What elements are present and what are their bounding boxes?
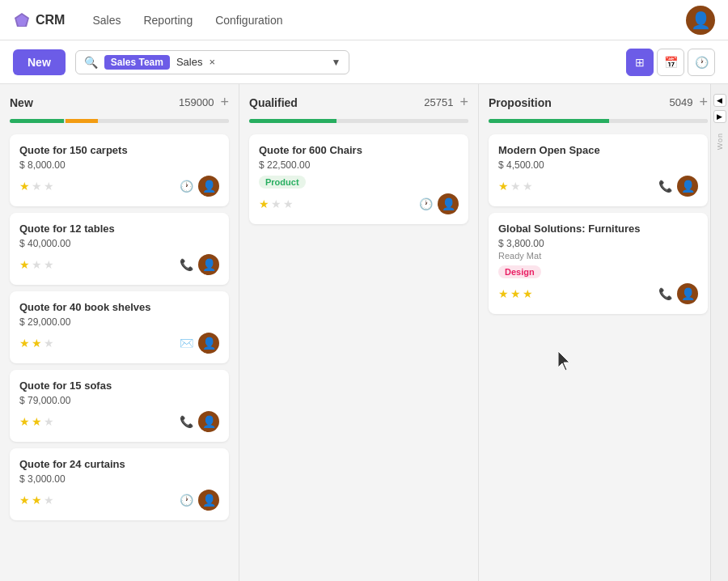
avatar-sm: 👤 [677,176,698,197]
email-icon: ✉️ [180,337,193,350]
star-2: ★ [510,287,521,300]
crm-icon [13,11,31,29]
star-3: ★ [44,415,54,428]
clock-icon: 🕐 [180,494,193,507]
nav-reporting[interactable]: Reporting [132,0,204,40]
column-title-qualified: Qualified [249,96,298,109]
card-stars[interactable]: ★ ★ ★ [19,180,54,193]
phone-icon: 📞 [180,258,193,271]
card-price: $ 4,500.00 [498,159,698,171]
activity-view-btn[interactable]: 🕐 [688,49,715,76]
progress-new [10,119,229,123]
star-3: ★ [283,197,294,210]
card-price: $ 22,500.00 [259,159,459,171]
star-3: ★ [523,180,533,193]
card-global-solutions[interactable]: Global Solutions: Furnitures $ 3,800.00 … [489,213,708,314]
card-stars[interactable]: ★ ★ ★ [19,415,54,428]
card-title: Quote for 150 carpets [19,144,219,156]
column-add-qualified[interactable]: + [459,94,468,111]
card-stars[interactable]: ★ ★ ★ [498,180,533,193]
star-2: ★ [32,494,42,507]
card-price: $ 29,000.00 [19,316,219,328]
avatar-sm: 👤 [198,333,219,354]
collapse-toggle-2[interactable]: ▶ [713,110,726,123]
progress-proposition [489,119,708,123]
column-qualified: Qualified 25751 + Quote for 600 Chairs $… [239,84,478,581]
search-icon: 🔍 [84,56,98,69]
card-open-space[interactable]: Modern Open Space $ 4,500.00 ★ ★ ★ 📞 👤 [489,134,708,206]
column-add-proposition[interactable]: + [699,94,708,111]
avatar-sm: 👤 [198,490,219,511]
card-stars[interactable]: ★ ★ ★ [19,337,54,350]
filter-value: Sales [176,56,203,68]
phone-icon: 📞 [658,180,672,193]
avatar-sm: 👤 [198,254,219,275]
filter-remove[interactable]: × [209,56,215,68]
view-buttons: ⊞ 📅 🕐 [626,49,715,76]
card-sub: Ready Mat [498,251,698,261]
collapse-toggle[interactable]: ◀ [713,94,726,107]
card-price: $ 40,000.00 [19,238,219,249]
brand-name: CRM [36,13,65,28]
card-stars[interactable]: ★ ★ ★ [19,494,54,507]
star-1: ★ [19,258,30,271]
nav-configuration[interactable]: Configuration [204,0,294,40]
star-2: ★ [510,180,521,193]
star-2: ★ [32,258,42,271]
card-title: Quote for 40 book shelves [19,301,219,313]
side-label: Won [716,133,724,150]
column-new: New 159000 + Quote for 150 carpets $ 8,0… [0,84,239,581]
right-panel: ◀ ▶ Won [710,84,728,581]
star-3: ★ [44,337,54,350]
card-sofas[interactable]: Quote for 15 sofas $ 79,000.00 ★ ★ ★ 📞 👤 [10,370,229,442]
card-price: $ 79,000.00 [19,395,219,406]
star-3: ★ [44,180,54,193]
search-bar[interactable]: 🔍 Sales Team Sales × ▼ [75,50,350,74]
star-1: ★ [259,197,269,210]
avatar-sm: 👤 [677,283,698,304]
card-price: $ 3,800.00 [498,238,698,249]
star-1: ★ [19,337,30,350]
star-1: ★ [498,287,509,300]
column-title-new: New [10,96,33,109]
dropdown-arrow[interactable]: ▼ [332,57,341,68]
column-amount-qualified: 25751 [424,96,453,108]
card-carpets[interactable]: Quote for 150 carpets $ 8,000.00 ★ ★ ★ 🕐… [10,134,229,206]
card-stars[interactable]: ★ ★ ★ [498,287,533,300]
card-chairs[interactable]: Quote for 600 Chairs $ 22,500.00 Product… [249,134,468,224]
card-tables[interactable]: Quote for 12 tables $ 40,000.00 ★ ★ ★ 📞 … [10,213,229,285]
star-2: ★ [271,197,281,210]
star-1: ★ [19,180,30,193]
card-price: $ 3,000.00 [19,473,219,485]
phone-icon: 📞 [658,287,672,300]
card-title: Quote for 15 sofas [19,380,219,392]
card-title: Quote for 12 tables [19,223,219,235]
card-curtains[interactable]: Quote for 24 curtains $ 3,000.00 ★ ★ ★ 🕐… [10,448,229,520]
star-2: ★ [32,415,42,428]
progress-qualified [249,119,468,123]
column-add-new[interactable]: + [220,94,229,111]
clock-icon: 🕐 [180,180,193,193]
card-stars[interactable]: ★ ★ ★ [259,197,294,210]
filter-team-tag[interactable]: Sales Team [104,55,170,70]
kanban-view-btn[interactable]: ⊞ [626,49,654,76]
star-3: ★ [523,287,533,300]
star-3: ★ [44,494,54,507]
brand-logo[interactable]: CRM [13,11,65,29]
user-avatar[interactable]: 👤 [686,6,715,35]
nav-sales[interactable]: Sales [81,0,132,40]
new-button[interactable]: New [13,49,66,75]
star-2: ★ [32,337,42,350]
calendar-view-btn[interactable]: 📅 [657,49,684,76]
star-3: ★ [44,258,54,271]
clock-icon: 🕐 [419,197,433,210]
star-1: ★ [19,415,30,428]
star-1: ★ [19,494,30,507]
card-shelves[interactable]: Quote for 40 book shelves $ 29,000.00 ★ … [10,291,229,363]
card-stars[interactable]: ★ ★ ★ [19,258,54,271]
avatar-sm: 👤 [198,176,219,197]
badge-design: Design [498,265,541,278]
card-title: Quote for 600 Chairs [259,144,459,156]
card-price: $ 8,000.00 [19,159,219,171]
column-amount-new: 159000 [179,96,214,108]
